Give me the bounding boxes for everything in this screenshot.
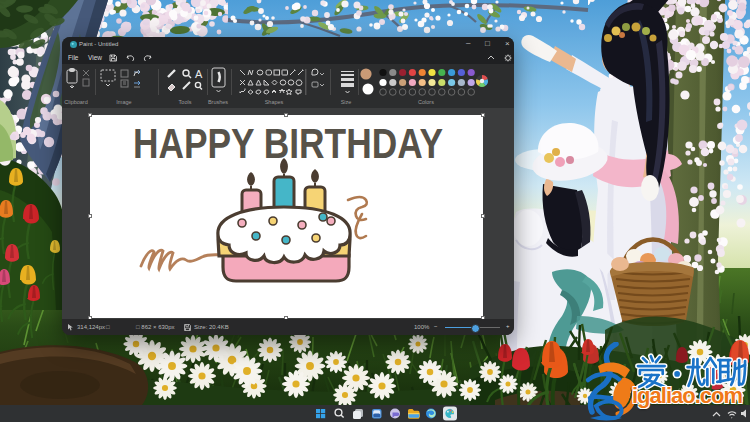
svg-text:Size: Size [341,99,352,105]
svg-text:Tools: Tools [179,99,192,105]
svg-text:HAPPY BIRTHDAY: HAPPY BIRTHDAY [133,120,443,167]
svg-text:Clipboard: Clipboard [64,99,88,105]
svg-text:A: A [195,68,203,80]
svg-text:Brushes: Brushes [208,99,228,105]
svg-text:Colors: Colors [418,99,434,105]
svg-text:Shapes: Shapes [265,99,284,105]
svg-text:Image: Image [116,99,131,105]
